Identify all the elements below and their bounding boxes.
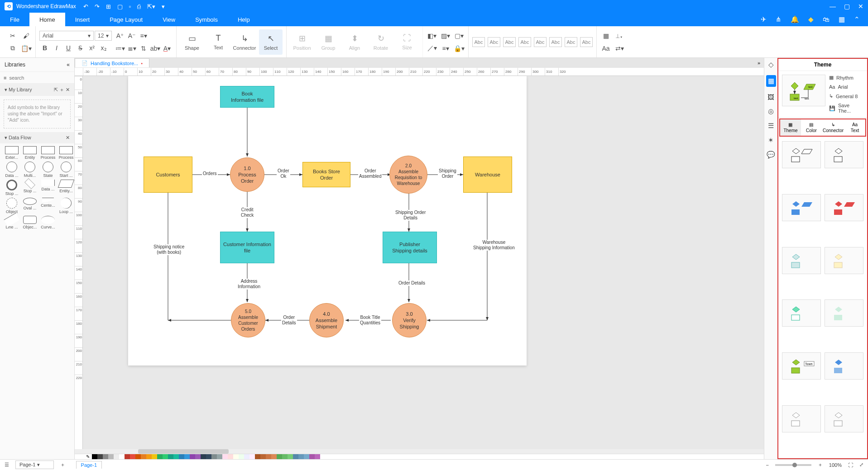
color-bar[interactable]: ✎ [75,454,764,459]
add-page-icon[interactable]: ＋ [60,461,65,468]
node-process-1[interactable]: 1.0Process Order [230,157,264,192]
color-cell[interactable] [173,454,179,459]
color-cell[interactable] [298,454,304,459]
canvas[interactable]: BookInformation file Customers 1.0Proces… [83,76,764,449]
shape-item[interactable]: Multi... [22,161,38,178]
color-cell[interactable] [288,454,293,459]
image-icon[interactable]: 🖼 [767,93,774,101]
theme-swatch[interactable] [782,299,821,327]
shape-item[interactable]: Loop ... [58,198,74,214]
layers-icon[interactable]: ☰ [768,122,774,130]
zoom-in-icon[interactable]: ＋ [818,461,823,468]
theme-swatch[interactable] [782,247,821,274]
spacing-icon[interactable]: ⇅ [138,43,149,54]
theme-swatch[interactable]: Town [782,352,821,380]
theme-swatch[interactable] [825,352,863,380]
color-cell[interactable] [239,454,244,459]
color-cell[interactable] [249,454,255,459]
color-cell[interactable] [271,454,277,459]
color-cell[interactable] [190,454,195,459]
line-icon[interactable]: ／▾ [427,43,437,54]
zoom-slider[interactable] [775,464,811,466]
node-process-2[interactable]: 2.0AssembleRequisition toWarehouse [389,156,427,194]
shape-item[interactable]: Entity [22,146,38,160]
canvas-scrollbar[interactable] [75,449,764,454]
theme-tab-text[interactable]: AaText [844,119,865,136]
expand-right-icon[interactable]: » [758,60,764,66]
shape-item[interactable]: Objec... [22,216,38,229]
theme-rhythm[interactable]: ▦Rhythm [829,75,863,81]
shape-item[interactable]: Entity... [58,180,74,196]
theme-connector[interactable]: ↳General 8 [829,93,863,99]
print-icon[interactable]: ⎙ [137,3,141,10]
theme-font[interactable]: AaArial [829,84,863,90]
style-swatch[interactable]: Abc [518,37,531,47]
shape-item[interactable]: Process [40,146,56,160]
theme-save[interactable]: 💾Save The... [829,103,863,114]
typography-icon[interactable]: Aa [600,43,611,54]
color-cell[interactable] [244,454,249,459]
select-tool[interactable]: ↖Select [259,29,283,55]
shape-item[interactable]: Process [58,146,74,160]
node-cust-info[interactable]: Customer Informationfile [220,232,274,263]
tab-insert[interactable]: Insert [65,13,100,26]
color-cell[interactable] [217,454,222,459]
font-family-select[interactable]: Arial▾ [39,31,94,41]
theme-swatch[interactable] [825,299,863,327]
color-cell[interactable] [157,454,163,459]
save-icon[interactable]: ▫ [129,3,131,10]
color-cell[interactable] [304,454,309,459]
decrease-font-icon[interactable]: A⁻ [126,30,137,41]
shape-item[interactable]: Line ... [4,216,20,229]
tab-home[interactable]: Home [29,13,65,26]
import-icon[interactable]: ⇱ [54,87,58,92]
tab-pagelayout[interactable]: Page Layout [100,13,153,26]
color-cell[interactable] [255,454,260,459]
redo-icon[interactable]: ↷ [95,3,100,10]
color-cell[interactable] [179,454,184,459]
color-cell[interactable] [119,454,125,459]
style-swatch[interactable]: Abc [565,37,577,47]
eyedropper-icon[interactable]: ✎ [84,454,92,459]
target-icon[interactable]: ◎ [768,107,774,115]
style-swatch[interactable]: Abc [580,37,593,47]
fullscreen-icon[interactable]: ⤢ [859,462,863,468]
shape-item[interactable]: Oval ... [22,198,38,214]
shape-item[interactable]: Stop ... [4,180,20,196]
add-icon[interactable]: ＋ [59,87,64,92]
theme-tab-connector[interactable]: ↳Connector [822,119,844,136]
theme-panel-icon[interactable]: ▦ [766,75,776,87]
close-icon[interactable]: ✕ [858,3,863,10]
theme-swatch[interactable] [825,141,863,168]
node-pub-ship[interactable]: PublisherShipping details [383,232,437,263]
outline-icon[interactable]: ☰ [5,462,9,468]
color-cell[interactable] [228,454,233,459]
theme-swatch[interactable] [825,194,863,221]
color-cell[interactable] [168,454,173,459]
align-menu-icon[interactable]: ≡▾ [138,30,149,41]
theme-tab-color[interactable]: ▤Color [801,119,822,136]
format-painter-icon[interactable]: 🖌 [21,30,32,41]
node-bookstore-order[interactable]: Books StoreOrder [302,162,350,187]
bell-icon[interactable]: 🔔 [791,15,799,24]
tab-view[interactable]: View [153,13,185,26]
fill-icon[interactable]: ◧▾ [427,30,437,41]
undo-icon[interactable]: ↶ [83,3,88,10]
color-cell[interactable] [114,454,119,459]
shadow-icon[interactable]: ▨▾ [440,30,451,41]
increase-font-icon[interactable]: A⁺ [115,30,125,41]
close-section-icon[interactable]: ✕ [66,87,70,92]
shape-item[interactable]: Stop ... [22,180,38,196]
fit-icon[interactable]: ⛶ [848,462,853,468]
page-selector[interactable]: Page-1 ▾ [15,461,54,469]
color-cell[interactable] [222,454,228,459]
node-process-3[interactable]: 3.0VerifyShipping [392,303,427,337]
theme-swatch[interactable] [782,405,821,432]
cart-icon[interactable]: 🛍 [823,15,830,24]
color-cell[interactable] [163,454,168,459]
cut-icon[interactable]: ✂ [7,30,18,41]
superscript-icon[interactable]: x² [86,43,97,53]
color-cell[interactable] [97,454,103,459]
quick-style-icon[interactable]: ▢▾ [454,30,465,41]
shape-item[interactable]: Curve... [40,216,56,229]
